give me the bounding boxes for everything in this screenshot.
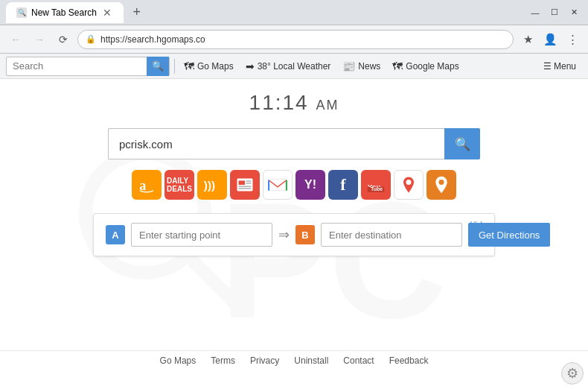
svg-rect-6 xyxy=(239,180,245,185)
svg-line-1 xyxy=(194,262,234,303)
quicklink-google-maps[interactable] xyxy=(394,170,424,200)
close-button[interactable]: ✕ xyxy=(566,4,582,21)
hide-button[interactable]: Hide xyxy=(470,220,487,229)
toolbar-link-news[interactable]: 📰 News xyxy=(338,59,385,74)
toolbar-divider-1 xyxy=(174,59,175,74)
weather-icon: ➡ xyxy=(246,60,255,72)
quicklink-gmail[interactable] xyxy=(263,170,293,200)
footer-link-feedback[interactable]: Feedback xyxy=(389,355,429,366)
window-controls: — ☐ ✕ xyxy=(527,4,582,21)
arrow-icon: ⇒ xyxy=(278,227,290,243)
footer-link-go-maps[interactable]: Go Maps xyxy=(160,355,196,366)
url-text: https://search.hgomaps.co xyxy=(100,34,205,45)
forward-button[interactable]: → xyxy=(30,30,49,49)
quick-links: a DAILYDEALS ))) Y! f YouTube xyxy=(132,170,456,200)
bookmarks-toolbar: 🔍 🗺 Go Maps ➡ 38° Local Weather 📰 News 🗺… xyxy=(0,54,588,79)
toolbar-google-maps-label: Google Maps xyxy=(406,61,458,72)
toolbar-link-google-maps[interactable]: 🗺 Google Maps xyxy=(388,59,463,74)
news-icon: 📰 xyxy=(342,60,355,72)
clock-ampm: AM xyxy=(316,98,339,113)
footer-link-terms[interactable]: Terms xyxy=(211,355,235,366)
main-search-button[interactable]: 🔍 xyxy=(444,128,480,159)
svg-text:Tube: Tube xyxy=(371,186,383,192)
gear-icon[interactable]: ⚙ xyxy=(561,362,584,385)
lock-icon: 🔒 xyxy=(86,34,96,44)
directions-widget: Hide A ⇒ B Get Directions xyxy=(93,213,495,256)
quicklink-news[interactable] xyxy=(230,170,260,200)
toolbar-go-maps-label: Go Maps xyxy=(197,61,234,72)
refresh-button[interactable]: ⟳ xyxy=(54,30,73,49)
maximize-button[interactable]: ☐ xyxy=(546,4,563,21)
toolbar-search-box: 🔍 xyxy=(6,57,170,76)
main-search-input[interactable] xyxy=(108,128,444,159)
address-bar: ← → ⟳ 🔒 https://search.hgomaps.co ★ 👤 ⋮ xyxy=(0,25,588,54)
quicklink-amazon[interactable]: a xyxy=(132,170,162,200)
clock-time: 11:14 xyxy=(249,91,309,114)
svg-point-16 xyxy=(439,180,444,185)
tab-label: New Tab Search xyxy=(31,7,97,18)
page-content: PC 11:14 AM 🔍 a DAILYDEALS ))) Y! xyxy=(0,79,588,370)
tab-close-button[interactable]: ✕ xyxy=(101,7,113,19)
footer-link-privacy[interactable]: Privacy xyxy=(250,355,279,366)
svg-rect-9 xyxy=(239,186,252,186)
title-bar: 🔍 New Tab Search ✕ + — ☐ ✕ xyxy=(0,0,588,25)
svg-rect-8 xyxy=(246,183,251,183)
minimize-button[interactable]: — xyxy=(527,4,543,21)
tab-favicon: 🔍 xyxy=(16,7,27,18)
footer-link-uninstall[interactable]: Uninstall xyxy=(294,355,328,366)
browser-tab[interactable]: 🔍 New Tab Search ✕ xyxy=(6,2,124,23)
account-button[interactable]: 👤 xyxy=(540,30,560,49)
url-box[interactable]: 🔒 https://search.hgomaps.co xyxy=(77,30,514,49)
svg-rect-7 xyxy=(246,180,251,181)
go-maps-icon: 🗺 xyxy=(184,60,194,72)
svg-point-15 xyxy=(406,180,412,185)
directions-row: A ⇒ B Get Directions xyxy=(106,223,482,247)
toolbar-news-label: News xyxy=(358,61,380,72)
browser-menu-button[interactable]: ⋮ xyxy=(563,30,582,49)
toolbar-search-button[interactable]: 🔍 xyxy=(147,57,169,76)
main-search: 🔍 xyxy=(108,128,480,159)
toolbar-search-input[interactable] xyxy=(7,59,147,73)
point-a-label: A xyxy=(106,225,125,244)
destination-input[interactable] xyxy=(321,223,462,247)
quicklink-daily-deals[interactable]: DAILYDEALS xyxy=(164,170,194,200)
point-b-label: B xyxy=(295,225,315,244)
quicklink-youtube[interactable]: YouTube xyxy=(361,170,391,200)
svg-text:))): ))) xyxy=(204,179,215,192)
hamburger-menu-button[interactable]: ☰ Menu xyxy=(537,59,582,74)
quicklink-yahoo[interactable]: Y! xyxy=(295,170,325,200)
google-maps-icon: 🗺 xyxy=(392,60,403,72)
toolbar-weather-label: 38° Local Weather xyxy=(258,61,331,72)
footer-link-contact[interactable]: Contact xyxy=(343,355,374,366)
svg-rect-11 xyxy=(269,179,287,190)
back-button[interactable]: ← xyxy=(6,30,25,49)
address-actions: ★ 👤 ⋮ xyxy=(518,30,582,49)
clock: 11:14 AM xyxy=(249,91,339,115)
quicklink-audible[interactable]: ))) xyxy=(197,170,227,200)
toolbar-link-go-maps[interactable]: 🗺 Go Maps xyxy=(179,59,238,74)
quicklink-facebook[interactable]: f xyxy=(328,170,358,200)
new-tab-button[interactable]: + xyxy=(127,2,147,23)
starting-point-input[interactable] xyxy=(131,223,272,247)
svg-rect-10 xyxy=(239,188,252,189)
quicklink-maps-orange[interactable] xyxy=(426,170,456,200)
star-button[interactable]: ★ xyxy=(518,30,537,49)
page-footer: Go Maps Terms Privacy Uninstall Contact … xyxy=(0,350,588,370)
toolbar-link-weather[interactable]: ➡ 38° Local Weather xyxy=(241,59,336,74)
